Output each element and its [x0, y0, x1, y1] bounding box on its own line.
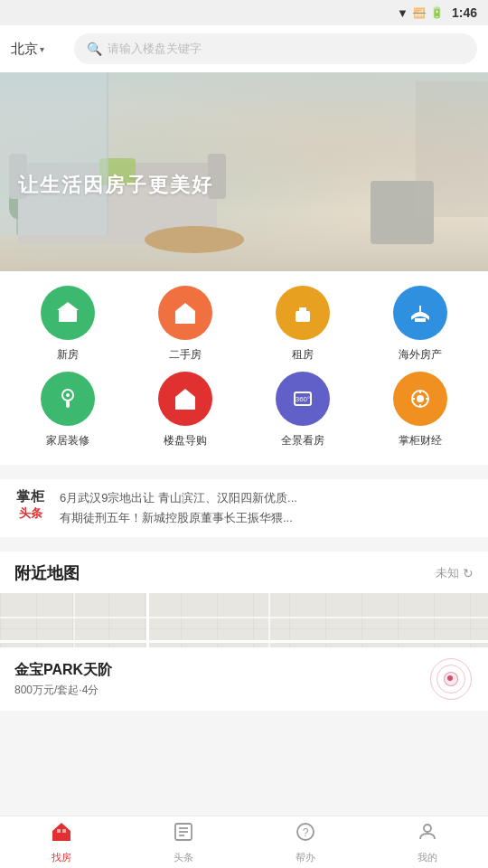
svg-point-10 [297, 316, 301, 320]
banner-slogan: 让生活因房子更美好 [18, 172, 213, 199]
nav-item-headlines[interactable]: 头条 [122, 816, 244, 868]
decoration-icon [41, 372, 95, 426]
wall-art-decoration [416, 81, 488, 217]
person-icon [417, 821, 438, 848]
svg-rect-4 [182, 316, 189, 324]
rent-label: 租房 [292, 347, 314, 363]
find-house-label: 找房 [52, 851, 71, 864]
nearby-header: 附近地图 未知 ↻ [14, 562, 474, 584]
guide-icon [158, 372, 212, 426]
dropdown-arrow-icon: ▾ [40, 44, 44, 54]
location-status-text: 未知 [436, 565, 459, 581]
banner: 让生活因房子更美好 [0, 72, 488, 271]
bottom-nav: 找房 头条 ? 帮办 我的 [0, 816, 488, 868]
property-price: 800万元/套起·4分 [14, 683, 112, 698]
menu-item-guide[interactable]: 楼盘导购 [154, 372, 217, 448]
svg-rect-29 [57, 829, 61, 833]
menu-item-rent[interactable]: 租房 [271, 286, 334, 363]
signal-icon: 📶 [413, 7, 426, 19]
svg-rect-5 [180, 311, 184, 316]
news-logo-bottom: 头条 [19, 505, 42, 522]
svg-rect-15 [66, 401, 70, 408]
menu-item-decoration[interactable]: 家居装修 [36, 372, 99, 448]
svg-rect-2 [65, 315, 70, 322]
profile-label: 我的 [418, 851, 437, 864]
nav-item-profile[interactable]: 我的 [366, 816, 488, 868]
refresh-icon[interactable]: ↻ [463, 566, 474, 580]
divider-2 [0, 537, 488, 544]
new-house-icon [41, 286, 95, 340]
wifi-icon: ▼ [397, 6, 408, 20]
news-icon [173, 821, 194, 848]
time-display: 1:46 [452, 5, 477, 20]
location-status[interactable]: 未知 ↻ [436, 565, 474, 581]
home-icon [51, 821, 72, 848]
nearby-title: 附近地图 [14, 562, 80, 584]
news-logo: 掌柜 头条 [11, 488, 51, 522]
help-icon: ? [295, 821, 316, 848]
headlines-label: 头条 [174, 851, 193, 864]
city-name: 北京 [11, 41, 38, 58]
guide-label: 楼盘导购 [164, 433, 207, 448]
svg-point-11 [305, 316, 308, 320]
menu-item-new-house[interactable]: 新房 [36, 286, 99, 363]
panorama-icon: 360° [276, 372, 330, 426]
search-icon: 🔍 [87, 42, 102, 56]
news-line-2: 有期徒刑五年！新城控股原董事长王振华猥... [60, 508, 477, 528]
search-placeholder: 请输入楼盘关键字 [108, 41, 202, 57]
nearby-section: 附近地图 未知 ↻ 金宝PARK天阶 800万元/套起·4分 [0, 552, 488, 711]
radar-icon [428, 656, 474, 702]
finance-label: 掌柜财经 [399, 433, 442, 448]
svg-rect-28 [59, 835, 64, 841]
property-info: 金宝PARK天阶 800万元/套起·4分 [14, 661, 112, 698]
battery-icon: 🔋 [430, 6, 444, 19]
finance-icon [393, 372, 447, 426]
svg-text:360°: 360° [296, 395, 311, 403]
overseas-icon [393, 286, 447, 340]
news-logo-top: 掌柜 [16, 488, 45, 505]
menu-item-panorama[interactable]: 360° 全景看房 [271, 372, 334, 448]
table-decoration [145, 226, 244, 253]
svg-point-16 [66, 393, 70, 397]
window-decoration [0, 72, 108, 235]
news-content: 6月武汉9宗地出让 青山滨江、汉阳四新优质... 有期徒刑五年！新城控股原董事长… [60, 488, 477, 528]
menu-item-finance[interactable]: 掌柜财经 [389, 372, 452, 448]
svg-rect-13 [419, 306, 421, 316]
quick-menu: 新房 二手房 [0, 271, 488, 465]
news-line-1: 6月武汉9宗地出让 青山滨江、汉阳四新优质... [60, 488, 477, 508]
news-section[interactable]: 掌柜 头条 6月武汉9宗地出让 青山滨江、汉阳四新优质... 有期徒刑五年！新城… [0, 479, 488, 537]
second-hand-label: 二手房 [169, 347, 202, 363]
city-selector[interactable]: 北京 ▾ [11, 41, 65, 58]
new-house-label: 新房 [57, 347, 79, 363]
svg-marker-1 [57, 302, 79, 310]
property-area: 金宝PARK天阶 800万元/套起·4分 [0, 593, 488, 711]
svg-point-37 [424, 825, 431, 832]
divider-1 [0, 465, 488, 472]
menu-row-1: 新房 二手房 [0, 286, 488, 372]
status-bar: ▼ 📶 🔋 1:46 [0, 0, 488, 25]
svg-point-7 [183, 305, 188, 310]
menu-item-second-hand[interactable]: 二手房 [154, 286, 217, 363]
svg-rect-6 [186, 311, 191, 316]
second-hand-icon [158, 286, 212, 340]
property-card[interactable]: 金宝PARK天阶 800万元/套起·4分 [0, 647, 488, 711]
nav-item-find-house[interactable]: 找房 [0, 816, 122, 868]
svg-rect-9 [299, 307, 306, 313]
search-bar[interactable]: 🔍 请输入楼盘关键字 [74, 33, 477, 64]
nav-item-help[interactable]: ? 帮办 [244, 816, 366, 868]
svg-rect-12 [300, 313, 305, 316]
rent-icon [276, 286, 330, 340]
decoration-label: 家居装修 [46, 433, 89, 448]
property-name: 金宝PARK天阶 [14, 661, 112, 680]
help-label: 帮办 [296, 851, 315, 864]
header: 北京 ▾ 🔍 请输入楼盘关键字 [0, 25, 488, 72]
svg-point-22 [417, 395, 424, 402]
menu-item-overseas[interactable]: 海外房产 [389, 286, 452, 363]
svg-text:?: ? [302, 826, 308, 839]
status-icons: ▼ 📶 🔋 1:46 [397, 5, 477, 20]
panorama-label: 全景看房 [281, 433, 324, 448]
svg-rect-30 [62, 829, 66, 833]
menu-row-2: 家居装修 楼盘导购 360° 全景看房 [0, 372, 488, 458]
overseas-label: 海外房产 [399, 347, 442, 363]
